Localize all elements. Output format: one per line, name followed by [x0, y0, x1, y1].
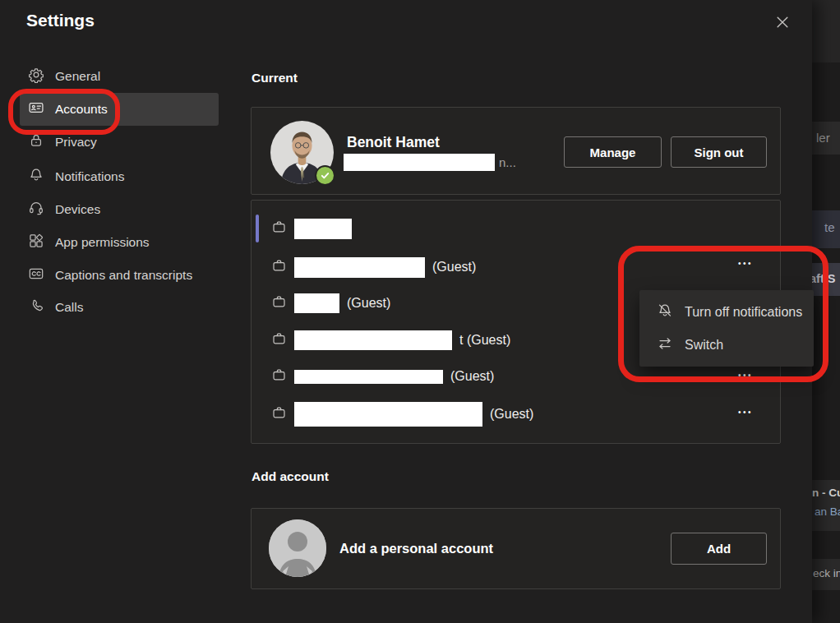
- sidebar-item-label: Privacy: [55, 135, 97, 150]
- account-row-label: (Guest): [347, 296, 390, 311]
- screen: ler te aft S n - Cu an Ba eck in Setting…: [0, 0, 840, 623]
- background-text-fragment: n - Cu: [812, 487, 840, 499]
- sidebar-item-label: Captions and transcripts: [55, 268, 192, 283]
- account-row[interactable]: (Guest): [271, 255, 476, 279]
- background-text-fragment: eck in: [813, 567, 840, 579]
- close-icon: [774, 14, 791, 30]
- background-text-fragment: te: [824, 220, 835, 234]
- briefcase-icon: [271, 405, 287, 424]
- email-redaction-box: [344, 154, 495, 171]
- menu-item-turn-off-notifications[interactable]: Turn off notifications: [639, 296, 814, 329]
- gear-icon: [28, 67, 44, 86]
- close-button[interactable]: [771, 11, 794, 34]
- sidebar-item-label: App permissions: [55, 235, 150, 250]
- bell-icon: [28, 167, 44, 187]
- account-row[interactable]: (Guest): [271, 402, 533, 427]
- status-available-badge: [315, 165, 335, 186]
- add-button[interactable]: Add: [671, 533, 767, 565]
- app-permissions-icon: [28, 233, 44, 252]
- sidebar-item-app-permissions[interactable]: App permissions: [20, 226, 219, 259]
- briefcase-icon: [271, 219, 287, 238]
- placeholder-avatar: [269, 519, 326, 577]
- manage-button[interactable]: Manage: [564, 136, 662, 168]
- lock-icon: [28, 132, 44, 152]
- menu-item-label: Switch: [685, 338, 723, 353]
- account-row[interactable]: (Guest): [271, 364, 494, 389]
- captions-icon: [28, 265, 44, 285]
- briefcase-icon: [271, 294, 287, 313]
- more-options-button[interactable]: •••: [732, 253, 759, 273]
- briefcase-icon: [271, 367, 287, 386]
- account-name-redaction-box: [294, 257, 425, 278]
- briefcase-icon: [271, 258, 287, 277]
- profile-name: Benoit Hamet: [347, 134, 440, 151]
- sidebar-item-notifications[interactable]: Notifications: [20, 160, 219, 193]
- sidebar-item-label: Calls: [55, 300, 83, 315]
- sidebar-item-label: Notifications: [55, 169, 124, 184]
- background-text-fragment: ler: [816, 131, 830, 145]
- sidebar-item-calls[interactable]: Calls: [20, 291, 219, 324]
- sidebar-item-general[interactable]: General: [20, 60, 219, 93]
- background-text-fragment: aft S: [810, 272, 835, 285]
- account-name-redaction-box: [294, 402, 482, 427]
- background-text-fragment: an Ba: [815, 505, 840, 518]
- account-name-redaction-box: [294, 370, 443, 384]
- account-name-redaction-box: [294, 219, 352, 239]
- sign-out-button[interactable]: Sign out: [671, 136, 767, 168]
- account-name-redaction-box: [294, 293, 339, 313]
- settings-dialog: Settings General: [0, 0, 812, 623]
- background-block: [810, 0, 840, 62]
- dialog-title: Settings: [26, 11, 95, 30]
- headset-icon: [28, 200, 44, 219]
- account-row-label: t (Guest): [459, 333, 510, 348]
- sidebar-item-accounts[interactable]: Accounts: [20, 93, 219, 126]
- sidebar-item-label: General: [55, 69, 100, 84]
- more-options-button[interactable]: •••: [732, 365, 759, 385]
- account-row[interactable]: (Guest): [271, 291, 390, 316]
- more-options-button[interactable]: •••: [732, 402, 759, 422]
- email-truncated-text: n...: [499, 155, 516, 169]
- sidebar-item-label: Devices: [55, 202, 100, 217]
- contact-card-icon: [28, 99, 44, 119]
- menu-item-switch[interactable]: Switch: [639, 329, 814, 362]
- add-account-heading: Add account: [252, 469, 329, 484]
- account-row-label: (Guest): [450, 369, 494, 384]
- phone-icon: [28, 298, 44, 317]
- sidebar-item-label: Accounts: [55, 102, 108, 117]
- account-row-label: (Guest): [432, 260, 476, 275]
- switch-icon: [657, 335, 673, 355]
- account-context-menu: Turn off notifications Switch: [639, 290, 814, 367]
- sidebar-item-devices[interactable]: Devices: [20, 193, 219, 226]
- briefcase-icon: [271, 331, 287, 350]
- account-name-redaction-box: [294, 330, 452, 350]
- current-section-heading: Current: [252, 71, 298, 85]
- selected-account-indicator: [256, 215, 259, 242]
- add-personal-account-label: Add a personal account: [339, 541, 493, 556]
- account-row[interactable]: [271, 216, 359, 241]
- account-row-label: (Guest): [490, 407, 533, 422]
- bell-off-icon: [657, 302, 673, 322]
- account-row[interactable]: t (Guest): [271, 328, 510, 353]
- menu-item-label: Turn off notifications: [685, 305, 802, 320]
- sidebar-item-captions-transcripts[interactable]: Captions and transcripts: [20, 259, 219, 292]
- sidebar-item-privacy[interactable]: Privacy: [20, 126, 219, 159]
